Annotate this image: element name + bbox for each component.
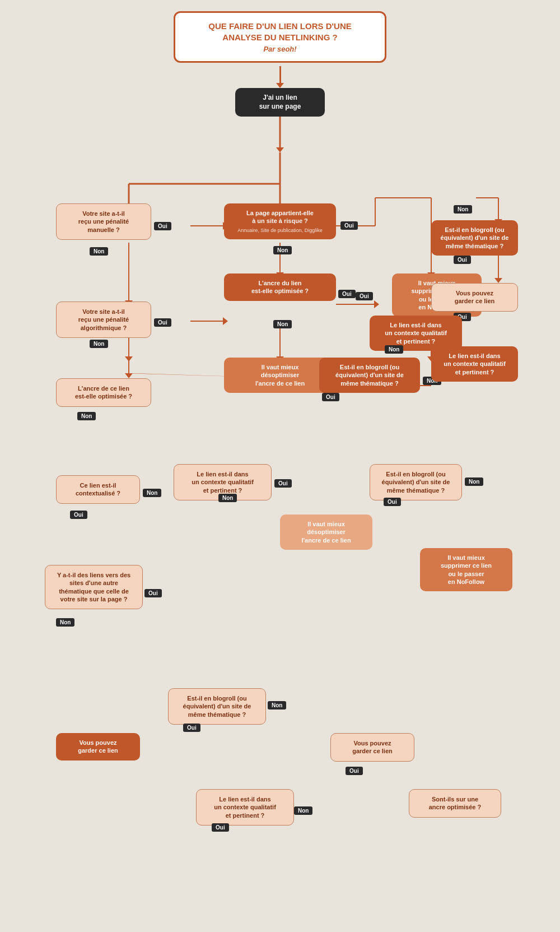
label-non-blogroll3: Non — [465, 476, 483, 486]
label-non-contexte3: Non — [218, 492, 237, 502]
label-non-contexte-mid: Non — [385, 344, 403, 354]
title-box: QUE FAIRE D'UN LIEN LORS D'UNE ANALYSE D… — [174, 11, 386, 63]
label-non-liens: Non — [56, 616, 74, 627]
node-contexte-middle: Le lien est-il dans un contexte qualitat… — [370, 316, 462, 351]
label-oui-contexte-bot: Oui — [212, 822, 229, 832]
start-node: J'ai un lien sur une page — [235, 88, 325, 117]
svg-marker-25 — [374, 300, 379, 308]
node-contexte-right2: Le lien est-il dans un contexte qualitat… — [431, 346, 518, 382]
node-ancre-optimisee-bot: Sont-ils sur une ancre optimisée ? — [409, 789, 501, 818]
node-garder-center: Vous pouvez garder ce lien — [330, 733, 414, 762]
label-non-contexte-bot: Non — [294, 805, 312, 815]
node-blogroll-3: Est-il en blogroll (ou équivalent) d'un … — [370, 464, 462, 500]
label-oui-liens: Oui — [144, 587, 162, 597]
svg-marker-39 — [223, 317, 228, 325]
node-liens-thematique: Y a-t-il des liens vers des sites d'une … — [45, 565, 143, 609]
label-oui-contextualise: Oui — [70, 509, 87, 519]
node-blogroll-low: Est-il en blogroll (ou équivalent) d'un … — [168, 688, 266, 725]
node-contexte-bottom: Le lien est-il dans un contexte qualitat… — [196, 789, 294, 826]
svg-marker-41 — [125, 373, 133, 378]
label-oui-blogroll-mid: Oui — [322, 391, 339, 401]
label-non-ancre-lien: Non — [77, 410, 96, 420]
label-oui-penalite-manuelle: Oui — [154, 220, 171, 230]
label-non-page: Non — [273, 244, 292, 254]
label-oui-contexte-mid: Oui — [356, 290, 373, 300]
node-penalite-manuelle: Votre site a-t-il reçu une pénalité manu… — [56, 203, 151, 240]
label-oui-garder-center: Oui — [346, 765, 363, 775]
label-oui-blogroll-top: Oui — [454, 254, 471, 264]
node-desoptimiser-2: Il vaut mieux désoptimiser l'ancre de ce… — [280, 514, 372, 550]
label-oui-contexte3: Oui — [274, 477, 292, 488]
node-penalite-algo: Votre site a-t-il reçu une pénalité algo… — [56, 302, 151, 338]
label-non-contextualise: Non — [143, 487, 161, 497]
label-oui-blogroll-low: Oui — [183, 722, 200, 732]
node-blogroll-mid: Est-il en blogroll (ou équivalent) d'un … — [319, 358, 420, 393]
svg-marker-37 — [125, 356, 133, 361]
label-oui-blogroll3: Oui — [384, 496, 401, 506]
node-garder-top: Vous pouvez garder ce lien — [431, 283, 518, 312]
node-page-risque: La page appartient-elle à un site à risq… — [224, 203, 336, 239]
node-blogroll-top: Est-il en blogroll (ou équivalent) d'un … — [431, 220, 518, 256]
label-oui-algo: Oui — [154, 317, 171, 327]
node-ancre-optimisee: L'ancre du lien est-elle optimisée ? — [224, 273, 336, 301]
label-non-blogroll-low: Non — [268, 699, 286, 710]
node-garder-bottom: Vous pouvez garder ce lien — [56, 733, 140, 761]
label-non-ancre: Non — [273, 318, 292, 328]
label-oui-ancre: Oui — [338, 288, 356, 298]
node-contextualise: Ce lien est-il contextualisé ? — [56, 475, 140, 504]
node-ancre-lien: L'ancre de ce lien est-elle optimisée ? — [56, 378, 151, 407]
label-oui-page: Oui — [340, 220, 358, 230]
node-supprimer-right: Il vaut mieux supprimer ce lien ou le pa… — [420, 548, 512, 591]
label-non-algo: Non — [90, 338, 108, 348]
label-non-penalite-manuelle: Non — [90, 245, 108, 256]
by-line: Par seoh! — [192, 45, 368, 53]
label-non-blogroll-top: Non — [454, 203, 472, 214]
title-line1: QUE FAIRE D'UN LIEN LORS D'UNE ANALYSE D… — [192, 21, 368, 43]
svg-marker-23 — [494, 278, 502, 283]
svg-marker-1 — [276, 147, 284, 152]
